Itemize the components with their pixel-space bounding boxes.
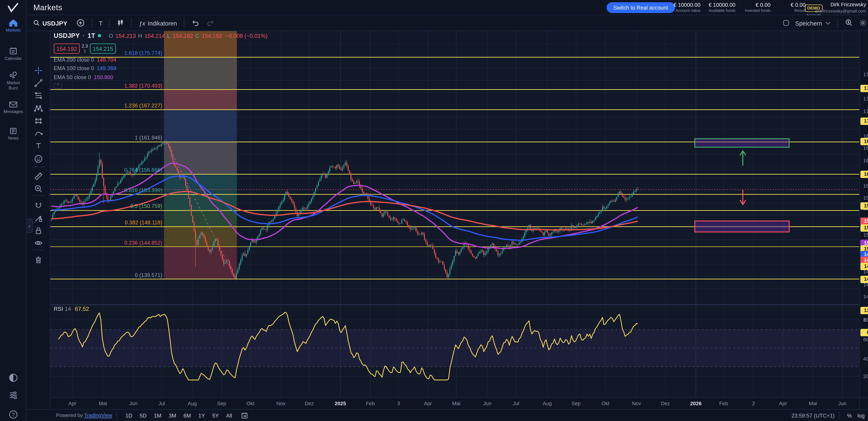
rsi-legend[interactable]: RSI 14 67.52: [54, 306, 89, 312]
indicators-label: Indikatoren: [148, 20, 177, 26]
price-axis-tick: 142.000: [863, 294, 868, 299]
drawing-tool-text-tool[interactable]: [27, 140, 50, 152]
quick-search-icon[interactable]: [842, 17, 856, 29]
account-stats: € 10000.00Account value€ 10000.00Availab…: [669, 2, 806, 12]
range-button-all[interactable]: All: [224, 411, 235, 420]
drawing-tool-emoji[interactable]: [27, 153, 50, 164]
toolbar-divider: [131, 18, 132, 28]
ema-legend-row[interactable]: EMA 200 close 0148.704: [54, 56, 268, 62]
drawing-tool-fib-retracement[interactable]: [27, 90, 50, 101]
indicators-button[interactable]: ƒx Indikatoren: [136, 18, 180, 28]
drawing-tool-long-position[interactable]: [27, 115, 50, 127]
chart-type-button[interactable]: [114, 17, 127, 29]
text-tool-icon: [34, 141, 43, 150]
sidebar-item-markets[interactable]: Markets: [0, 19, 27, 33]
legend-collapse-button[interactable]: ⌃: [54, 83, 62, 89]
time-axis-label: Jun: [838, 401, 846, 407]
time-axis-label: Apr: [68, 401, 76, 407]
switch-to-real-account-button[interactable]: Switch to Real account: [607, 2, 675, 13]
redo-button[interactable]: [204, 18, 218, 28]
drawing-tool-pattern-xabcd[interactable]: [27, 103, 50, 114]
symbol-label: USDJPY: [42, 20, 67, 26]
search-icon: [33, 19, 40, 27]
time-axis-label: Dez: [661, 401, 670, 407]
sidebar-item-calendar[interactable]: Calendar: [0, 46, 27, 61]
price-axis-badge: 148.704: [860, 256, 868, 264]
range-button-1d[interactable]: 1D: [123, 411, 135, 420]
ema-legend-row[interactable]: EMA 100 close 0149.369: [54, 65, 268, 71]
tradingview-link[interactable]: TradingView: [84, 413, 112, 418]
time-axis[interactable]: AprMaiJunJulAugSepOktNovDez2025Feb3AprMa…: [50, 397, 859, 409]
drawing-tool-measure-ruler[interactable]: [27, 170, 50, 182]
time-axis-label: Mai: [809, 401, 817, 407]
ohlc-value: 154.214: [145, 32, 165, 39]
theme-toggle[interactable]: [0, 373, 27, 383]
time-axis-label: 2026: [690, 401, 702, 407]
help-button[interactable]: ?: [0, 410, 27, 419]
drawing-tool-zoom-in[interactable]: [27, 183, 50, 194]
legend-title-row[interactable]: USDJPY · 1T O154.213H154.214L154.192C154…: [54, 32, 268, 39]
time-axis-label: 3: [397, 401, 400, 407]
interval-button[interactable]: T: [96, 18, 105, 28]
price-axis[interactable]: 178.000174.000172.000168.000166.000164.0…: [859, 31, 868, 397]
percent-scale-button[interactable]: %: [847, 412, 852, 419]
sidebar-item-label: Calendar: [0, 57, 27, 61]
go-to-date-button[interactable]: [238, 410, 251, 421]
sidebar-item-label: Markets: [0, 28, 27, 33]
time-axis-label: Aug: [543, 401, 552, 407]
range-button-6m[interactable]: 6M: [181, 411, 193, 420]
stat-label: Account value: [669, 8, 700, 12]
symbol-search-button[interactable]: USDJPY: [30, 18, 70, 28]
save-button[interactable]: Speichern: [793, 18, 833, 28]
undo-button[interactable]: [188, 18, 202, 28]
sidebar-item-market-buzz[interactable]: Market Buzz: [0, 71, 27, 90]
footer-divider: [117, 412, 117, 419]
drawing-tool-magnet[interactable]: [27, 200, 50, 212]
sell-button[interactable]: 154.192: [54, 43, 80, 54]
drawing-tool-crosshair[interactable]: [27, 65, 50, 76]
price-axis-tick: 164.000: [863, 158, 868, 163]
chart-legend: USDJPY · 1T O154.213H154.214L154.192C154…: [54, 32, 268, 89]
display-settings-button[interactable]: [0, 390, 27, 400]
price-axis-badge: 148.118: [860, 263, 868, 270]
time-axis-label: Nov: [276, 401, 285, 407]
rsi-axis-tick: 20.00: [863, 374, 868, 379]
spread-indicator: 2.3 1: [80, 43, 90, 54]
trading-app: Markets Calendar Market Buzz Messages Ne…: [0, 0, 868, 421]
save-label: Speichern: [795, 20, 822, 26]
trend-line-icon: [34, 78, 43, 88]
range-button-1m[interactable]: 1M: [152, 411, 163, 420]
price-axis-tick: 174.000: [863, 96, 868, 102]
settings-gear-icon[interactable]: [856, 17, 868, 29]
drawing-toolbar-collapse-handle[interactable]: ‹: [27, 219, 33, 233]
ema-name: EMA 50 close 0: [54, 74, 91, 80]
drawing-tool-trash[interactable]: [27, 254, 50, 265]
powered-by: Powered by TradingView: [56, 413, 112, 418]
range-button-5y[interactable]: 5Y: [210, 411, 221, 420]
contrast-icon: [0, 373, 27, 383]
page-title: Markets: [33, 3, 62, 12]
rsi-pane: [50, 312, 859, 380]
compare-add-button[interactable]: [73, 17, 88, 29]
drawing-tool-trend-line[interactable]: [27, 77, 50, 89]
user-info: Dirk Friczewsky dirk.friczewsky@gmail.co…: [815, 2, 866, 13]
drawing-tool-brush[interactable]: [27, 128, 50, 139]
log-scale-button[interactable]: log: [858, 412, 865, 419]
sidebar-item-messages[interactable]: Messages: [0, 101, 27, 115]
clock[interactable]: 23:59:57 (UTC+1): [792, 412, 835, 419]
ohlc-value: 154.192: [202, 32, 222, 39]
sidebar-item-news[interactable]: News: [0, 127, 27, 141]
range-button-1y[interactable]: 1Y: [196, 411, 207, 420]
app-logo[interactable]: [7, 3, 19, 13]
layout-select-button[interactable]: [779, 18, 793, 28]
range-button-5d[interactable]: 5D: [137, 411, 149, 420]
ema-value: 149.369: [97, 65, 116, 71]
drawing-tool-hide-all[interactable]: [27, 237, 50, 249]
price-axis-badge: 161.946: [860, 170, 868, 178]
ema-legend-row[interactable]: EMA 50 close 0150.800: [54, 74, 268, 80]
buy-button[interactable]: 154.215: [90, 43, 116, 54]
drawing-toolbar-divider: [32, 250, 45, 250]
rsi-axis-tick: 40.00: [863, 356, 868, 362]
range-button-3m[interactable]: 3M: [166, 411, 179, 420]
time-axis-label: Jun: [483, 401, 491, 407]
